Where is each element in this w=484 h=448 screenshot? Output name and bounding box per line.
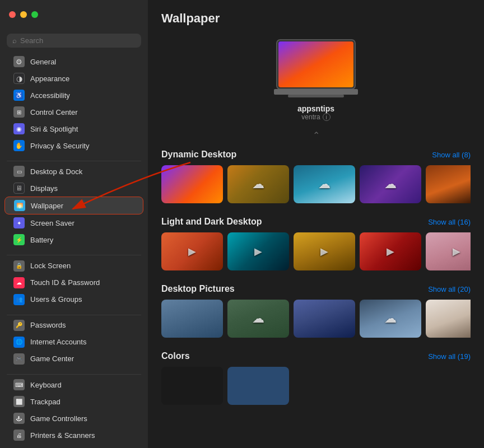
sidebar: ⌕ ⚙ General ◑ Appearance ♿ Accessibility… <box>0 0 148 448</box>
desktop-pictures-grid: ☁ ☁ <box>161 300 471 338</box>
privacy-icon: ✋ <box>13 140 25 151</box>
sidebar-item-label: Wallpaper <box>31 202 63 210</box>
desktop-dock-icon: ▭ <box>13 166 25 177</box>
siri-icon: ◉ <box>13 123 25 134</box>
lock-screen-icon: 🔒 <box>13 260 25 272</box>
sidebar-item-label: Touch ID & Password <box>30 278 100 287</box>
page-title: Wallpaper <box>161 11 471 26</box>
wallpaper-thumb[interactable] <box>426 165 471 203</box>
sidebar-item-siri[interactable]: ◉ Siri & Spotlight <box>4 120 143 137</box>
wallpaper-thumb[interactable]: ▶ <box>426 232 471 270</box>
sidebar-group-1: ⚙ General ◑ Appearance ♿ Accessibility ⊞… <box>0 53 148 158</box>
sidebar-item-label: Users & Groups <box>30 295 82 304</box>
wallpaper-thumb[interactable]: ☁ <box>360 165 421 203</box>
sidebar-item-label: Displays <box>30 184 58 193</box>
sidebar-item-screen-saver[interactable]: ✦ Screen Saver <box>4 214 143 231</box>
trackpad-icon: ⬜ <box>13 396 25 407</box>
close-button[interactable] <box>9 11 16 18</box>
search-box[interactable]: ⌕ <box>7 34 141 48</box>
sidebar-item-passwords[interactable]: 🔑 Passwords <box>4 317 143 334</box>
section-colors: Colors Show all (19) <box>161 351 471 405</box>
sidebar-item-label: Siri & Spotlight <box>30 125 78 133</box>
control-center-icon: ⊞ <box>13 106 25 118</box>
search-container: ⌕ <box>0 29 148 53</box>
wallpaper-thumb[interactable]: ☁ <box>294 165 355 203</box>
play-icon: ▶ <box>453 245 460 258</box>
sidebar-item-label: Desktop & Dock <box>30 167 82 176</box>
search-icon: ⌕ <box>12 36 17 45</box>
sidebar-item-label: Internet Accounts <box>30 338 86 346</box>
sidebar-item-privacy[interactable]: ✋ Privacy & Security <box>4 137 143 154</box>
displays-icon: 🖥 <box>13 183 25 194</box>
svg-rect-3 <box>288 95 344 97</box>
sidebar-item-touch-id[interactable]: ☁ Touch ID & Password <box>4 274 143 291</box>
sidebar-item-desktop-dock[interactable]: ▭ Desktop & Dock <box>4 163 143 180</box>
game-controllers-icon: 🕹 <box>13 413 25 424</box>
wallpaper-thumb[interactable]: ▶ <box>294 232 355 270</box>
wallpaper-thumb[interactable]: ▶ <box>227 232 289 270</box>
sidebar-item-label: Keyboard <box>30 381 62 389</box>
sidebar-item-label: Accessibility <box>30 91 70 100</box>
section-header-desktop: Desktop Pictures Show all (20) <box>161 284 471 294</box>
sidebar-item-users-groups[interactable]: 👥 Users & Groups <box>4 291 143 308</box>
section-header-colors: Colors Show all (19) <box>161 351 471 361</box>
sidebar-item-keyboard[interactable]: ⌨ Keyboard <box>4 376 143 393</box>
sidebar-item-general[interactable]: ⚙ General <box>4 53 143 70</box>
play-icon: ▶ <box>254 245 262 258</box>
passwords-icon: 🔑 <box>13 320 25 331</box>
main-content: Wallpaper appsntips ventra i <box>148 0 484 448</box>
sidebar-item-label: Game Controllers <box>30 414 87 423</box>
sidebar-item-displays[interactable]: 🖥 Displays <box>4 180 143 197</box>
sidebar-item-accessibility[interactable]: ♿ Accessibility <box>4 87 143 104</box>
section-title-colors: Colors <box>161 351 190 361</box>
accessibility-icon: ♿ <box>13 90 25 101</box>
wallpaper-thumb[interactable]: ☁ <box>360 300 421 338</box>
info-icon[interactable]: i <box>323 113 331 121</box>
collapse-chevron[interactable]: ⌃ <box>161 130 471 141</box>
mac-preview: appsntips ventra i <box>161 37 471 121</box>
color-thumb-black[interactable] <box>161 367 223 405</box>
wallpaper-thumb[interactable] <box>161 300 223 338</box>
sidebar-item-battery[interactable]: ⚡ Battery <box>4 231 143 248</box>
show-all-light-dark[interactable]: Show all (16) <box>428 218 471 226</box>
sidebar-item-label: Screen Saver <box>30 219 75 227</box>
sidebar-item-trackpad[interactable]: ⬜ Trackpad <box>4 393 143 410</box>
play-icon: ▶ <box>320 245 328 258</box>
sidebar-item-printers[interactable]: 🖨 Printers & Scanners <box>4 427 143 444</box>
sidebar-item-label: Battery <box>30 236 53 244</box>
sidebar-item-label: Trackpad <box>30 398 61 406</box>
show-all-colors[interactable]: Show all (19) <box>428 352 471 361</box>
cloud-download-icon: ☁ <box>252 177 264 192</box>
cloud-download-icon: ☁ <box>252 311 264 326</box>
sidebar-item-internet-accounts[interactable]: 🌐 Internet Accounts <box>4 334 143 351</box>
wallpaper-thumb[interactable]: ☁ <box>227 300 289 338</box>
touch-id-icon: ☁ <box>13 277 25 288</box>
search-input[interactable] <box>20 36 136 45</box>
sidebar-item-wallpaper[interactable]: 🌅 Wallpaper <box>4 197 143 214</box>
maximize-button[interactable] <box>31 11 38 18</box>
sidebar-item-appearance[interactable]: ◑ Appearance <box>4 70 143 87</box>
svg-rect-1 <box>278 41 353 87</box>
sidebar-item-game-center[interactable]: 🎮 Game Center <box>4 351 143 367</box>
sidebar-item-game-controllers[interactable]: 🕹 Game Controllers <box>4 410 143 427</box>
color-thumb-navy[interactable] <box>227 367 289 405</box>
sidebar-item-label: General <box>30 58 56 66</box>
wallpaper-thumb[interactable] <box>161 165 223 203</box>
cloud-download-icon: ☁ <box>384 177 397 192</box>
wallpaper-thumb[interactable] <box>426 300 471 338</box>
show-all-dynamic[interactable]: Show all (8) <box>432 151 471 159</box>
sidebar-item-lock-screen[interactable]: 🔒 Lock Screen <box>4 258 143 274</box>
light-dark-grid: ▶ ▶ ▶ ▶ ▶ <box>161 232 471 270</box>
wallpaper-thumb[interactable]: ▶ <box>360 232 421 270</box>
wallpaper-thumb[interactable]: ▶ <box>161 232 223 270</box>
play-icon: ▶ <box>387 245 394 258</box>
sidebar-item-control-center[interactable]: ⊞ Control Center <box>4 104 143 120</box>
section-header-dynamic: Dynamic Desktop Show all (8) <box>161 150 471 160</box>
section-header-light-dark: Light and Dark Desktop Show all (16) <box>161 217 471 227</box>
section-desktop-pictures: Desktop Pictures Show all (20) ☁ ☁ <box>161 284 471 338</box>
show-all-desktop[interactable]: Show all (20) <box>428 285 471 293</box>
minimize-button[interactable] <box>20 11 27 18</box>
wallpaper-thumb[interactable] <box>294 300 355 338</box>
wallpaper-thumb[interactable]: ☁ <box>227 165 289 203</box>
sidebar-group-5: ⌨ Keyboard ⬜ Trackpad 🕹 Game Controllers… <box>0 376 148 448</box>
